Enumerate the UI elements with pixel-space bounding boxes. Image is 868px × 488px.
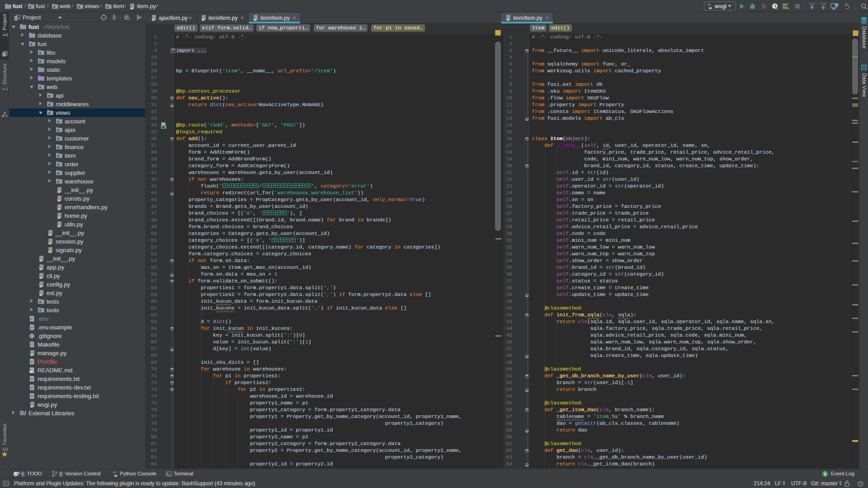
svg-text:VCS: VCS — [809, 2, 815, 5]
svg-text:1: 1 — [824, 472, 826, 476]
svg-text:MD: MD — [29, 371, 33, 373]
svg-text:VCS: VCS — [820, 2, 826, 5]
svg-text:H: H — [162, 126, 165, 129]
